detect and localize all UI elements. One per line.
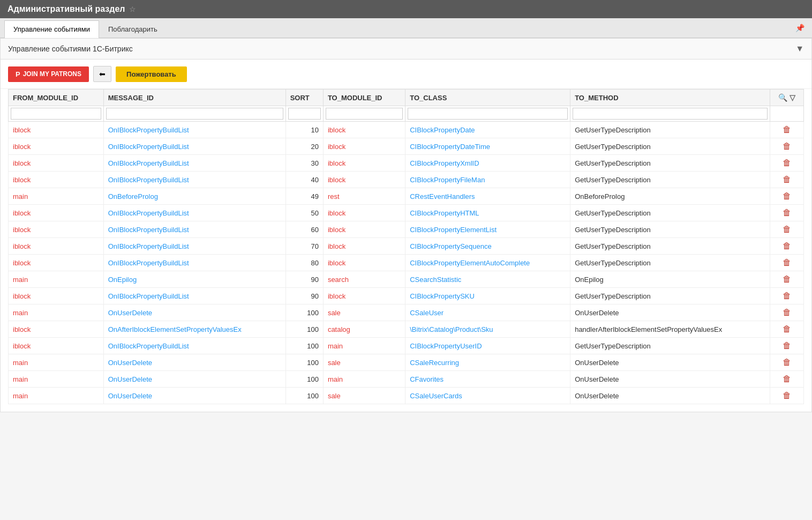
cell-to-class[interactable]: CIBlockPropertyDate — [405, 122, 570, 138]
cell-message[interactable]: OnEpilog — [103, 271, 285, 288]
cell-to-class[interactable]: CSaleRecurring — [405, 354, 570, 371]
cell-to-module[interactable]: iblock — [323, 155, 405, 172]
filter-to-module[interactable] — [326, 108, 403, 120]
delete-button[interactable]: 🗑 — [783, 191, 791, 201]
cell-message[interactable]: OnIBlockPropertyBuildList — [103, 155, 285, 172]
cell-from[interactable]: iblock — [9, 172, 104, 188]
cell-message[interactable]: OnUserDelete — [103, 304, 285, 321]
cell-to-module[interactable]: sale — [323, 354, 405, 371]
cell-message[interactable]: OnIBlockPropertyBuildList — [103, 338, 285, 354]
filter-icon[interactable]: ▽ — [790, 93, 795, 102]
delete-button[interactable]: 🗑 — [783, 308, 791, 317]
cell-to-module[interactable]: iblock — [323, 172, 405, 188]
cell-from[interactable]: iblock — [9, 205, 104, 221]
donate-button[interactable]: Пожертвовать — [116, 66, 187, 82]
search-icon[interactable]: 🔍 — [778, 93, 787, 102]
cell-to-class[interactable]: CIBlockPropertyElementAutoComplete — [405, 255, 570, 271]
cell-to-class[interactable]: CIBlockPropertySKU — [405, 288, 570, 304]
join-patrons-button[interactable]: P JOIN MY PATRONS — [8, 66, 89, 82]
delete-button[interactable]: 🗑 — [783, 225, 791, 234]
collapse-icon[interactable]: ▼ — [795, 44, 804, 54]
cell-to-class[interactable]: CFavorites — [405, 371, 570, 388]
filter-to-method[interactable] — [573, 108, 768, 120]
delete-button[interactable]: 🗑 — [783, 324, 791, 334]
cell-to-class[interactable]: CIBlockPropertyFileMan — [405, 172, 570, 188]
cell-message[interactable]: OnIBlockPropertyBuildList — [103, 172, 285, 188]
delete-button[interactable]: 🗑 — [783, 341, 791, 351]
delete-button[interactable]: 🗑 — [783, 241, 791, 251]
filter-sort[interactable] — [288, 108, 321, 120]
delete-button[interactable]: 🗑 — [783, 175, 791, 184]
cell-from[interactable]: main — [9, 188, 104, 205]
cell-message[interactable]: OnUserDelete — [103, 354, 285, 371]
cell-to-class[interactable]: CSaleUserCards — [405, 388, 570, 404]
cell-message[interactable]: OnIBlockPropertyBuildList — [103, 205, 285, 221]
cell-from[interactable]: iblock — [9, 138, 104, 155]
delete-button[interactable]: 🗑 — [783, 358, 791, 367]
cell-to-class[interactable]: \Bitrix\Catalog\Product\Sku — [405, 321, 570, 338]
cell-message[interactable]: OnUserDelete — [103, 371, 285, 388]
cell-to-module[interactable]: main — [323, 338, 405, 354]
cell-to-module[interactable]: iblock — [323, 255, 405, 271]
cell-to-module[interactable]: sale — [323, 304, 405, 321]
cell-to-class[interactable]: CRestEventHandlers — [405, 188, 570, 205]
delete-button[interactable]: 🗑 — [783, 258, 791, 268]
cell-to-class[interactable]: CIBlockPropertyElementList — [405, 221, 570, 238]
cell-to-class[interactable]: CIBlockPropertyUserID — [405, 338, 570, 354]
star-icon[interactable]: ☆ — [129, 5, 136, 13]
tab-events[interactable]: Управление событиями — [4, 20, 99, 38]
cell-message[interactable]: OnIBlockPropertyBuildList — [103, 138, 285, 155]
cell-from[interactable]: iblock — [9, 122, 104, 138]
cell-to-class[interactable]: CIBlockPropertySequence — [405, 238, 570, 255]
cell-from[interactable]: iblock — [9, 338, 104, 354]
cell-from[interactable]: main — [9, 271, 104, 288]
delete-button[interactable]: 🗑 — [783, 391, 791, 400]
cell-to-module[interactable]: iblock — [323, 221, 405, 238]
pin-icon[interactable]: 📌 — [792, 21, 808, 34]
cell-to-class[interactable]: CSaleUser — [405, 304, 570, 321]
cell-to-class[interactable]: CIBlockPropertyXmlID — [405, 155, 570, 172]
cell-message[interactable]: OnBeforeProlog — [103, 188, 285, 205]
cell-message[interactable]: OnUserDelete — [103, 388, 285, 404]
cell-from[interactable]: iblock — [9, 221, 104, 238]
cell-from[interactable]: iblock — [9, 155, 104, 172]
cell-from[interactable]: iblock — [9, 288, 104, 304]
delete-button[interactable]: 🗑 — [783, 208, 791, 218]
cell-message[interactable]: OnAfterIblockElementSetPropertyValuesEx — [103, 321, 285, 338]
cell-from[interactable]: iblock — [9, 321, 104, 338]
filter-from-module[interactable] — [11, 108, 101, 120]
cell-to-module[interactable]: iblock — [323, 122, 405, 138]
cell-from[interactable]: main — [9, 354, 104, 371]
cell-from[interactable]: iblock — [9, 238, 104, 255]
filter-to-class[interactable] — [408, 108, 568, 120]
cell-to-module[interactable]: search — [323, 271, 405, 288]
delete-button[interactable]: 🗑 — [783, 374, 791, 384]
delete-button[interactable]: 🗑 — [783, 125, 791, 135]
cell-from[interactable]: main — [9, 371, 104, 388]
cell-to-class[interactable]: CIBlockPropertyDateTime — [405, 138, 570, 155]
filter-message-id[interactable] — [106, 108, 283, 120]
cell-to-module[interactable]: iblock — [323, 205, 405, 221]
cell-to-module[interactable]: iblock — [323, 238, 405, 255]
delete-button[interactable]: 🗑 — [783, 274, 791, 284]
delete-button[interactable]: 🗑 — [783, 158, 791, 168]
tab-donate[interactable]: Поблагодарить — [99, 20, 167, 38]
back-button[interactable]: ⬅ — [93, 66, 111, 82]
cell-message[interactable]: OnIBlockPropertyBuildList — [103, 288, 285, 304]
delete-button[interactable]: 🗑 — [783, 291, 791, 301]
cell-to-module[interactable]: iblock — [323, 288, 405, 304]
cell-to-class[interactable]: CIBlockPropertyHTML — [405, 205, 570, 221]
cell-message[interactable]: OnIBlockPropertyBuildList — [103, 122, 285, 138]
cell-to-module[interactable]: sale — [323, 388, 405, 404]
cell-to-module[interactable]: catalog — [323, 321, 405, 338]
cell-message[interactable]: OnIBlockPropertyBuildList — [103, 255, 285, 271]
cell-message[interactable]: OnIBlockPropertyBuildList — [103, 221, 285, 238]
cell-from[interactable]: main — [9, 388, 104, 404]
cell-to-module[interactable]: main — [323, 371, 405, 388]
delete-button[interactable]: 🗑 — [783, 142, 791, 151]
cell-to-module[interactable]: iblock — [323, 138, 405, 155]
cell-to-module[interactable]: rest — [323, 188, 405, 205]
cell-from[interactable]: main — [9, 304, 104, 321]
cell-message[interactable]: OnIBlockPropertyBuildList — [103, 238, 285, 255]
cell-to-class[interactable]: CSearchStatistic — [405, 271, 570, 288]
